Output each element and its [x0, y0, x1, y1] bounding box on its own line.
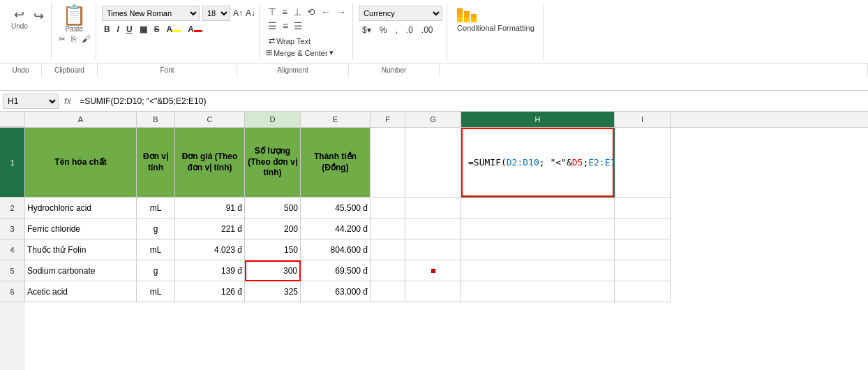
cell-g4[interactable]	[405, 239, 461, 260]
currency-button[interactable]: $▾	[359, 24, 375, 36]
cell-g2[interactable]	[405, 198, 461, 219]
cell-e1[interactable]: Thành tiền (Đồng)	[301, 128, 371, 198]
redo-button[interactable]: ↪	[31, 7, 47, 25]
row-header-2[interactable]: 2	[0, 198, 25, 219]
cell-reference-select[interactable]: H1	[3, 94, 59, 109]
cell-d3[interactable]: 200	[245, 219, 301, 239]
col-header-a[interactable]: A	[25, 112, 137, 127]
cell-e3[interactable]: 44.200 đ	[301, 219, 371, 239]
cell-b2[interactable]: mL	[137, 198, 175, 219]
row-header-6[interactable]: 6	[0, 281, 25, 302]
cell-c3[interactable]: 221 đ	[175, 219, 245, 239]
col-header-b[interactable]: B	[137, 112, 175, 127]
cell-f3[interactable]	[371, 219, 405, 239]
font-size-select[interactable]: 18	[202, 6, 230, 21]
cell-d1[interactable]: Số lượng (Theo đơn vị tính)	[245, 128, 301, 198]
cell-a2[interactable]: Hydrochloric acid	[25, 198, 137, 219]
cell-f2[interactable]	[371, 198, 405, 219]
percent-button[interactable]: %	[376, 24, 391, 36]
cell-i2[interactable]	[615, 198, 671, 219]
cell-i1[interactable]	[615, 128, 671, 198]
indent-inc-button[interactable]: →	[334, 6, 348, 18]
bold-button[interactable]: B	[102, 24, 112, 35]
align-bottom-button[interactable]: ⊥	[291, 6, 304, 18]
cell-i4[interactable]	[615, 239, 671, 260]
cell-e4[interactable]: 804.600 đ	[301, 239, 371, 260]
cell-i3[interactable]	[615, 219, 671, 239]
cell-f5[interactable]	[371, 260, 405, 281]
cell-a6[interactable]: Acetic acid	[25, 281, 137, 302]
cell-c4[interactable]: 4.023 đ	[175, 239, 245, 260]
col-header-f[interactable]: F	[371, 112, 405, 127]
underline-button[interactable]: U	[124, 24, 135, 35]
formula-input[interactable]	[77, 94, 865, 109]
cell-a5[interactable]: Sodium carbonate	[25, 260, 137, 281]
align-middle-button[interactable]: ≡	[280, 6, 290, 18]
cell-c6[interactable]: 126 đ	[175, 281, 245, 302]
cell-b6[interactable]: mL	[137, 281, 175, 302]
cell-b4[interactable]: mL	[137, 239, 175, 260]
font-color-button[interactable]: A	[186, 24, 204, 35]
paste-button[interactable]: 📋 Paste	[62, 6, 87, 33]
increase-decimal-button[interactable]: .00	[418, 24, 437, 36]
cell-i5[interactable]	[615, 260, 671, 281]
cell-d4[interactable]: 150	[245, 239, 301, 260]
cell-a1[interactable]: Tên hóa chất	[25, 128, 137, 198]
cell-h6[interactable]	[461, 281, 615, 302]
font-family-select[interactable]: Times New Roman	[102, 6, 200, 21]
cell-e2[interactable]: 45.500 đ	[301, 198, 371, 219]
cell-e5[interactable]: 69.500 đ	[301, 260, 371, 281]
undo-button[interactable]: ↩ Undo	[8, 6, 31, 31]
cell-d5[interactable]: 300	[245, 260, 301, 281]
cell-b3[interactable]: g	[137, 219, 175, 239]
col-header-i[interactable]: I	[615, 112, 671, 127]
row-header-3[interactable]: 3	[0, 219, 25, 239]
conditional-formatting-button[interactable]: Conditional Formatting	[454, 6, 537, 35]
align-top-button[interactable]: ⊤	[266, 6, 278, 18]
row-header-5[interactable]: 5	[0, 260, 25, 281]
fill-color-button[interactable]: A	[165, 24, 184, 35]
text-orient-button[interactable]: ⟲	[305, 6, 317, 18]
cell-d2[interactable]: 500	[245, 198, 301, 219]
decrease-decimal-button[interactable]: .0	[403, 24, 417, 36]
cell-g5[interactable]	[405, 260, 461, 281]
cell-f1[interactable]	[371, 128, 405, 198]
cell-h4[interactable]	[461, 239, 615, 260]
col-header-e[interactable]: E	[301, 112, 371, 127]
strikethrough-button[interactable]: S	[152, 24, 162, 35]
cell-c5[interactable]: 139 đ	[175, 260, 245, 281]
align-right-button[interactable]: ☰	[292, 20, 305, 32]
cell-g6[interactable]	[405, 281, 461, 302]
cell-g3[interactable]	[405, 219, 461, 239]
decrease-font-button[interactable]: A↓	[246, 8, 255, 18]
cell-c2[interactable]: 91 đ	[175, 198, 245, 219]
number-format-select[interactable]: Currency	[359, 6, 442, 21]
cell-h3[interactable]	[461, 219, 615, 239]
merge-center-button[interactable]: ⊞ Merge & Center ▾	[266, 48, 334, 57]
indent-dec-button[interactable]: ←	[319, 6, 333, 18]
cell-c1[interactable]: Đơn giá (Theo đơn vị tính)	[175, 128, 245, 198]
align-center-button[interactable]: ≡	[280, 20, 290, 32]
cell-h2[interactable]	[461, 198, 615, 219]
italic-button[interactable]: I	[115, 24, 121, 35]
increase-font-button[interactable]: A↑	[233, 8, 243, 18]
format-painter-icon[interactable]: 🖌	[82, 34, 90, 44]
align-left-button[interactable]: ☰	[266, 20, 279, 32]
row-header-1[interactable]: 1	[0, 128, 25, 198]
cell-b1[interactable]: Đơn vị tính	[137, 128, 175, 198]
col-header-c[interactable]: C	[175, 112, 245, 127]
cell-h5[interactable]	[461, 260, 615, 281]
comma-button[interactable]: ,	[391, 24, 401, 36]
wrap-text-button[interactable]: ⇄ Wrap Text	[266, 35, 313, 47]
cell-i6[interactable]	[615, 281, 671, 302]
col-header-d[interactable]: D	[245, 112, 301, 127]
col-header-g[interactable]: G	[405, 112, 461, 127]
cell-d6[interactable]: 325	[245, 281, 301, 302]
col-header-h[interactable]: H	[461, 112, 615, 127]
cell-g1[interactable]	[405, 128, 461, 198]
cell-a4[interactable]: Thuốc thử Folin	[25, 239, 137, 260]
cell-h1[interactable]: =SUMIF(D2:D10; "<"&D5;E2:E10)	[461, 128, 615, 198]
cell-e6[interactable]: 63.000 đ	[301, 281, 371, 302]
cell-b5[interactable]: g	[137, 260, 175, 281]
row-header-4[interactable]: 4	[0, 239, 25, 260]
